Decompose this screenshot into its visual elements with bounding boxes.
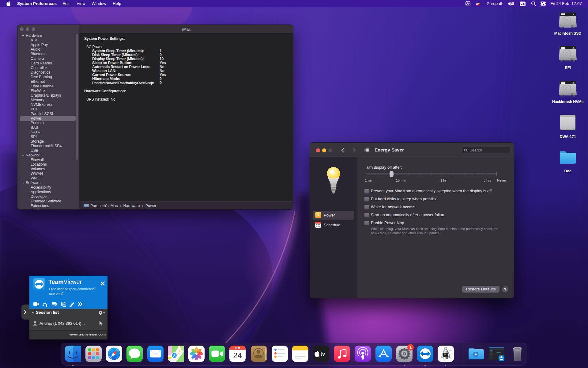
svg-text:24: 24 <box>233 351 242 360</box>
svg-text:FEB: FEB <box>235 347 240 350</box>
svg-text:tv: tv <box>320 351 325 357</box>
